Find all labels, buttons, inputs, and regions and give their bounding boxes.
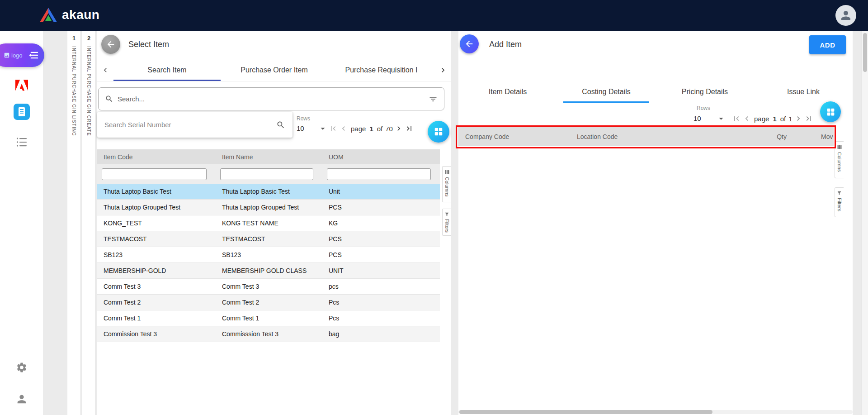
pagination: page 1 of 70 xyxy=(329,124,414,133)
page-word: page xyxy=(754,115,769,123)
funnel-icon xyxy=(837,191,842,196)
table-row[interactable]: Comm Test 3 Comm Test 3 pcs xyxy=(97,279,440,295)
user-avatar[interactable] xyxy=(835,5,856,26)
tab-label: Purchase Requisition I xyxy=(345,66,417,74)
grid-icon xyxy=(826,107,835,117)
broken-logo-image: logo xyxy=(4,52,23,59)
sidebar-item-listing[interactable] xyxy=(0,137,43,147)
columns-side-tab[interactable]: Columns xyxy=(835,141,844,178)
filters-side-tab[interactable]: Filters xyxy=(835,187,844,217)
table-row[interactable]: Thuta Laptop Basic Test Thuta Laptop Bas… xyxy=(97,184,440,200)
brand-name: akaun xyxy=(62,8,99,22)
last-page-button[interactable] xyxy=(405,124,414,133)
workspace-tab-label: INTERNAL PURCHASE GIN LISTING xyxy=(71,46,76,136)
workspace-tab-1[interactable]: 1 INTERNAL PURCHASE GIN LISTING xyxy=(67,31,81,415)
tab-label: Pricing Details xyxy=(682,88,728,96)
previous-page-button[interactable] xyxy=(742,114,751,123)
add-item-panel: Add Item ADD Item Details Costing Detail… xyxy=(458,31,853,415)
total-pages: 1 xyxy=(788,115,792,123)
item-table-filter-row xyxy=(97,164,440,184)
item-name-filter-input[interactable] xyxy=(220,168,313,180)
next-page-button[interactable] xyxy=(394,124,403,133)
tab-label: Search Item xyxy=(147,66,186,74)
vertical-scrollbar-thumb[interactable] xyxy=(863,33,867,72)
current-page: 1 xyxy=(369,125,373,133)
column-header-uom: UOM xyxy=(322,153,440,161)
table-row[interactable]: Commission Test 3 Commisssion Test 3 bag xyxy=(97,326,440,342)
chevron-left-icon xyxy=(101,66,110,75)
tab-pricing-details[interactable]: Pricing Details xyxy=(656,81,754,103)
person-icon xyxy=(15,393,28,405)
previous-page-button[interactable] xyxy=(339,124,348,133)
sidebar-profile[interactable] xyxy=(0,393,43,405)
first-page-button[interactable] xyxy=(329,124,338,133)
arrow-left-icon xyxy=(106,39,116,49)
table-row[interactable]: TESTMACOST TESTMACOST PCS xyxy=(97,231,440,247)
add-button[interactable]: ADD xyxy=(809,35,846,54)
of-word: of xyxy=(377,125,383,133)
filters-tab-label: Filters xyxy=(444,219,450,233)
next-page-button[interactable] xyxy=(794,114,803,123)
sidebar-logo-pill[interactable]: logo xyxy=(0,43,44,67)
workspace-tab-number: 1 xyxy=(72,31,75,42)
tab-label: Issue Link xyxy=(787,88,820,96)
item-table-body: Thuta Laptop Basic Test Thuta Laptop Bas… xyxy=(97,184,440,342)
uom-filter-input[interactable] xyxy=(327,168,431,180)
chevron-right-icon xyxy=(439,66,448,75)
caret-down-icon[interactable] xyxy=(318,124,328,134)
page-word: page xyxy=(351,125,366,133)
serial-number-input[interactable] xyxy=(104,121,276,129)
tab-purchase-requisition-item[interactable]: Purchase Requisition I xyxy=(328,59,435,81)
table-row[interactable]: Comm Test 2 Comm Test 2 Pcs xyxy=(97,295,440,310)
item-code-filter-input[interactable] xyxy=(102,168,207,180)
sidebar-item-pdf[interactable] xyxy=(0,80,43,91)
columns-side-tab[interactable]: Columns xyxy=(442,166,451,202)
rows-per-page-select[interactable]: 10 xyxy=(297,124,304,132)
columns-icon xyxy=(837,144,842,150)
columns-tab-label: Columns xyxy=(837,152,842,172)
back-button[interactable] xyxy=(101,35,120,54)
annotation-highlight xyxy=(456,125,836,148)
last-page-button[interactable] xyxy=(804,114,813,123)
current-page: 1 xyxy=(773,115,776,123)
akaun-logo-icon xyxy=(39,7,58,23)
sidebar-item-documents[interactable] xyxy=(0,103,43,120)
tabs-scroll-left-button[interactable] xyxy=(97,59,113,81)
select-item-panel: Select Item Search Item Purchase Order I… xyxy=(97,31,451,415)
workspace-tab-label: INTERNAL PURCHASE GIN CREATE xyxy=(86,46,91,136)
table-row[interactable]: SB123 SB123 PCS xyxy=(97,247,440,263)
tab-search-item[interactable]: Search Item xyxy=(113,59,221,81)
back-button[interactable] xyxy=(460,34,479,53)
workspace-tab-2[interactable]: 2 INTERNAL PURCHASE GIN CREATE xyxy=(82,31,96,415)
tab-costing-details[interactable]: Costing Details xyxy=(557,81,656,103)
adobe-pdf-icon xyxy=(15,80,28,91)
sidebar-settings[interactable] xyxy=(0,362,43,373)
caret-down-icon[interactable] xyxy=(716,114,726,124)
filter-list-icon[interactable] xyxy=(429,95,438,104)
table-row[interactable]: Thuta Laptop Grouped Test Thuta Laptop G… xyxy=(97,200,440,215)
first-page-button[interactable] xyxy=(732,114,741,123)
tab-purchase-order-item[interactable]: Purchase Order Item xyxy=(221,59,328,81)
tab-item-details[interactable]: Item Details xyxy=(458,81,557,103)
horizontal-scrollbar[interactable] xyxy=(458,410,853,414)
app-sidebar: logo xyxy=(0,31,43,415)
vertical-scrollbar[interactable] xyxy=(861,31,868,415)
table-row[interactable]: Comm Test 1 Comm Test 1 Pcs xyxy=(97,310,440,326)
table-row[interactable]: KONG_TEST KONG TEST NAME KG xyxy=(97,215,440,231)
select-item-tabbar: Search Item Purchase Order Item Purchase… xyxy=(97,59,451,81)
brand-logo[interactable]: akaun xyxy=(39,7,99,23)
columns-icon xyxy=(444,169,450,175)
filters-side-tab[interactable]: Filters xyxy=(442,209,451,236)
rows-per-page-select[interactable]: 10 xyxy=(693,114,701,122)
grid-view-button[interactable] xyxy=(820,101,841,122)
grid-icon xyxy=(434,127,443,137)
add-item-tabbar: Item Details Costing Details Pricing Det… xyxy=(458,81,853,103)
grid-view-button[interactable] xyxy=(428,121,449,143)
table-row[interactable]: MEMBERSHIP-GOLD MEMBERSHIP GOLD CLASS UN… xyxy=(97,263,440,279)
sidebar-toggle-icon[interactable] xyxy=(29,51,39,59)
tabs-scroll-right-button[interactable] xyxy=(435,59,451,81)
item-search-input[interactable] xyxy=(118,95,425,103)
horizontal-scrollbar-thumb[interactable] xyxy=(459,410,712,414)
search-icon[interactable] xyxy=(276,120,285,129)
tab-issue-link[interactable]: Issue Link xyxy=(754,81,853,103)
